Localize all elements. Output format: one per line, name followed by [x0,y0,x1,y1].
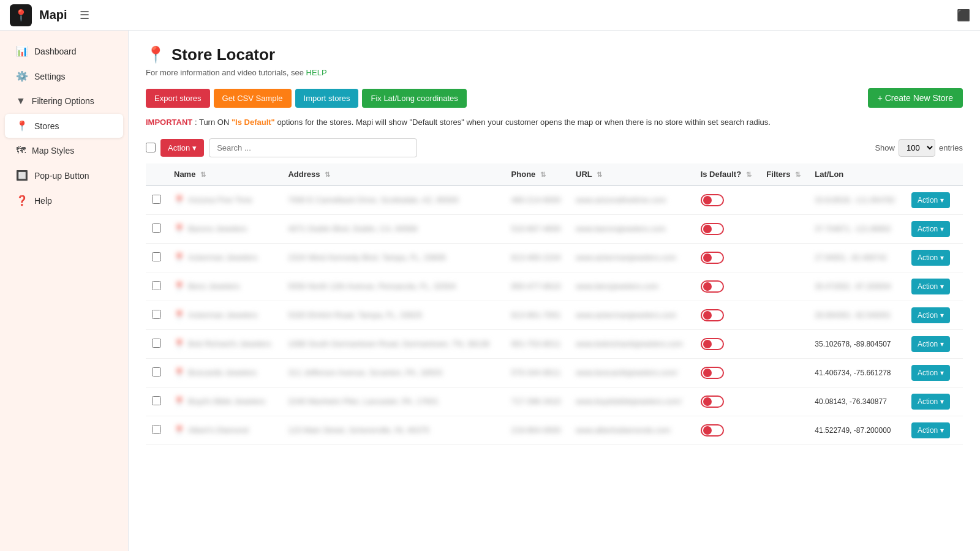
row-2-checkbox[interactable] [152,252,161,261]
row-5-phone-cell: 901-753-8011 [505,329,570,358]
row-6-action-button[interactable]: Action ▾ [911,365,950,381]
row-6-store-name[interactable]: 📍Boscardis Jewelers [174,368,276,378]
row-7-checkbox[interactable] [152,396,161,405]
th-phone[interactable]: Phone ⇅ [505,163,570,186]
row-3-store-name[interactable]: 📍Benz Jewelers [174,282,276,291]
page-title-row: 📍 Store Locator [146,45,963,64]
row-7-address: 2240 Manheim Pike, Lancaster, PA, 17601 [288,397,499,406]
toolbar: Export stores Get CSV Sample Import stor… [146,88,963,108]
row-3-phone-cell: 850-477-6610 [505,272,570,301]
row-3-default-toggle[interactable] [701,280,724,293]
pin-icon: 📍 [174,397,184,407]
create-store-button[interactable]: + Create New Store [868,88,963,108]
th-url[interactable]: URL ⇅ [570,163,695,186]
row-1-checkbox[interactable] [152,223,161,233]
sidebar-label-settings: Settings [34,72,66,81]
row-4-action-button[interactable]: Action ▾ [911,307,950,323]
row-5-default-toggle[interactable] [701,338,724,350]
app-logo: 📍 [10,4,32,26]
row-5-checkbox[interactable] [152,339,161,348]
row-1-url[interactable]: www.baronsjewelers.com [576,224,688,233]
row-3-default-cell [695,272,761,301]
toolbar-left: Export stores Get CSV Sample Import stor… [146,89,467,108]
row-8-action-button[interactable]: Action ▾ [911,422,950,438]
row-4-default-cell [695,301,761,329]
row-1-phone: 510-667-4600 [511,224,564,233]
export-stores-button[interactable]: Export stores [146,89,210,108]
row-2-address-cell: 2324 West Kennedy Blvd, Tampa, FL, 33606 [282,243,505,272]
row-7-action-button[interactable]: Action ▾ [911,394,950,410]
row-2-name-cell: 📍Ackerman Jewelers [168,243,282,272]
sidebar-item-dashboard[interactable]: 📊 Dashboard [5,39,123,63]
row-4-default-toggle[interactable] [701,309,724,321]
search-input[interactable] [209,138,417,157]
select-all-checkbox[interactable] [146,143,156,152]
action-chevron: ▾ [940,426,944,435]
row-2-action-button[interactable]: Action ▾ [911,250,950,266]
row-8-checkbox[interactable] [152,425,161,434]
row-0-checkbox[interactable] [152,195,161,204]
bulk-action-chevron: ▾ [192,143,197,152]
row-0-url[interactable]: www.arizonafinetime.com [576,195,688,204]
row-1-name-cell: 📍Barons Jewelers [168,214,282,243]
row-7-phone-cell: 717-396-3410 [505,387,570,416]
sidebar-item-settings[interactable]: ⚙️ Settings [5,64,123,88]
sort-name-icon: ⇅ [200,171,206,178]
row-8-store-name[interactable]: 📍Albert's Diamond [174,425,276,435]
th-action [905,163,963,186]
import-stores-button[interactable]: Import stores [295,89,359,108]
row-5-url[interactable]: www.bobrichardsjewelers.com [576,339,688,348]
row-1-action-button[interactable]: Action ▾ [911,221,950,237]
row-2-default-toggle[interactable] [701,252,724,264]
row-3-url[interactable]: www.benzjewelers.com [576,282,688,291]
sidebar-item-stores[interactable]: 📍 Stores [5,114,123,138]
hamburger-menu[interactable]: ☰ [80,9,89,22]
th-name[interactable]: Name ⇅ [168,163,282,186]
row-6-default-toggle[interactable] [701,367,724,379]
row-7-default-toggle[interactable] [701,395,724,408]
row-6-url-cell: www.boscardisjewelers.com/ [570,358,695,387]
help-link[interactable]: HELP [306,68,327,77]
row-3-checkbox[interactable] [152,281,161,290]
sidebar-item-map-styles[interactable]: 🗺 Map Styles [5,139,123,162]
bulk-action-button[interactable]: Action ▾ [160,139,204,157]
row-0-toggle-circle [703,196,712,204]
th-address[interactable]: Address ⇅ [282,163,505,186]
row-2-store-name[interactable]: 📍Ackerman Jewelers [174,253,276,263]
get-csv-button[interactable]: Get CSV Sample [214,89,292,108]
row-1-default-toggle[interactable] [701,223,724,235]
row-7-store-name[interactable]: 📍Boyd's Bible Jewelers [174,397,276,407]
logout-icon[interactable]: ⬛ [957,9,970,21]
row-3-action-cell: Action ▾ [905,272,963,301]
row-3-action-button[interactable]: Action ▾ [911,279,950,294]
row-4-store-name[interactable]: 📍Ackerman Jewelers [174,310,276,320]
pin-icon: 📍 [174,282,184,291]
row-4-url[interactable]: www.ackermanjewelers.com [576,310,688,320]
row-0-store-name[interactable]: 📍Arizona Fine Time [174,195,276,205]
fix-latlong-button[interactable]: Fix Lat/Long coordinates [362,89,466,108]
sidebar-item-filtering[interactable]: ▼ Filtering Options [5,89,123,113]
row-0-name-cell: 📍Arizona Fine Time [168,186,282,215]
row-8-url[interactable]: www.albertsdiamonds.com [576,425,688,435]
row-5-action-button[interactable]: Action ▾ [911,336,950,352]
row-2-url[interactable]: www.ackermanjewelers.com [576,253,688,262]
row-0-default-toggle[interactable] [701,194,724,206]
row-0-action-button[interactable]: Action ▾ [911,192,950,208]
sidebar-item-popup[interactable]: 🔲 Pop-up Button [5,163,123,187]
sidebar-item-help[interactable]: ❓ Help [5,189,123,212]
row-7-url[interactable]: www.boydsbiblejewelers.com/ [576,397,688,406]
row-6-checkbox[interactable] [152,367,161,377]
row-3-address-cell: 5550 North 12th Avenue, Pensacola, FL, 3… [282,272,505,301]
row-7-phone: 717-396-3410 [511,397,564,406]
row-8-default-toggle[interactable] [701,424,724,437]
row-1-store-name[interactable]: 📍Barons Jewelers [174,224,276,234]
row-4-checkbox[interactable] [152,310,161,319]
th-default[interactable]: Is Default? ⇅ [695,163,761,186]
row-6-url[interactable]: www.boscardisjewelers.com/ [576,368,688,377]
row-2-phone-cell: 813-460-2104 [505,243,570,272]
row-5-store-name[interactable]: 📍Bob Richard's Jewelers [174,339,276,349]
th-filters[interactable]: Filters ⇅ [760,163,809,186]
row-0-phone-cell: 480-214-6000 [505,186,570,215]
show-select[interactable]: 100 25 50 [899,139,935,157]
row-5-latlon-cell: 35.102678, -89.804507 [809,329,905,358]
